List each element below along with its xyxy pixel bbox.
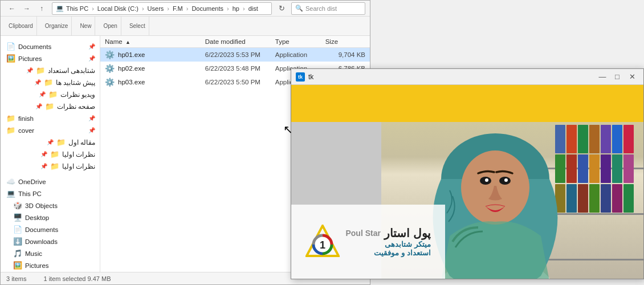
sidebar-item-pictures-quick[interactable]: 🖼️ Pictures 📌 [1,52,100,64]
sep4: › [186,5,189,12]
svg-text:1: 1 [320,239,325,251]
folder-icon: 📁 [50,150,59,158]
sidebar-item-pish-shetabid[interactable]: پیش شتابید ها 📁 📌 [1,76,100,88]
book [612,184,622,213]
nav-buttons: ← → ↑ [5,2,48,15]
sort-chevron: ▲ [125,39,131,45]
sidebar-item-onedrive[interactable]: ☁️ OneDrive [1,176,100,188]
file-date: 6/22/2023 5:53 PM [205,51,275,58]
sidebar-item-label: OneDrive [18,178,46,185]
sep5: › [227,5,229,12]
sidebar-item-safhe-nazarat[interactable]: صفحه نظرات 📁 📌 [1,100,100,112]
file-date: 6/22/2023 5:48 PM [205,65,275,72]
book [623,184,634,213]
brand-name-persian: پول استار [384,226,431,240]
sidebar-item-label: Music [25,250,42,257]
sidebar-item-video-nazarat[interactable]: ویدیو نظرات 📁 📌 [1,88,100,100]
sidebar-item-cover[interactable]: 📁 cover 📌 [1,124,100,136]
select-label: Select [129,23,145,29]
file-list-header: Name ▲ Date modified Type Size [100,36,370,48]
sidebar-item-pictures[interactable]: 🖼️ Pictures [1,259,100,271]
address-segment: F.M [173,5,183,12]
search-bar[interactable]: 🔍 Search dist [291,2,365,15]
pin-icon: 📌 [35,103,42,109]
logo-icon: 1 [305,225,340,259]
sidebar: 📄 Documents 📌 🖼️ Pictures 📌 شتابدهی استع… [1,36,100,272]
up-button[interactable]: ↑ [35,2,48,15]
sidebar-item-label: نظرات اولیا [62,150,95,158]
sidebar-item-label: ویدیو نظرات [60,91,95,99]
sidebar-item-nazarat-oliya1[interactable]: نظرات اولیا 📁 📌 [1,148,100,160]
open-label: Open [103,23,117,29]
pin-icon: 📌 [39,91,46,97]
pictures-icon: 🖼️ [13,261,22,270]
maximize-button[interactable]: □ [610,71,624,83]
subtitle-line2: استعداد و موفقیت [374,249,430,257]
sidebar-item-desktop[interactable]: 🖥️ Desktop [1,211,100,223]
pin-icon: 📌 [26,67,33,74]
svg-point-6 [485,178,488,182]
pin-icon: 📌 [88,55,95,62]
documents-icon: 📄 [6,42,15,51]
sidebar-item-maqale[interactable]: مقاله اول 📁 📌 [1,136,100,148]
minimize-button[interactable]: — [596,71,609,83]
documents-icon: 📄 [13,225,22,234]
sep2: › [142,5,144,12]
file-type: Application [275,51,325,58]
back-button[interactable]: ← [5,2,19,15]
onedrive-icon: ☁️ [6,177,15,186]
address-segment: Users [148,5,164,12]
book [623,154,634,183]
pin-icon: 📌 [88,127,95,133]
brand-name-latin: Poul Star [345,229,380,238]
tk-titlebar: tk tk — □ ✕ [291,69,643,85]
folder-icon: 📁 [48,90,58,99]
sidebar-item-finish[interactable]: 📁 finish 📌 [1,112,100,124]
explorer-titlebar: ← → ↑ 💻 This PC › Local Disk (C:) › User… [1,1,370,17]
exe-icon: ⚙️ [105,64,115,73]
col-size-header[interactable]: Size [325,38,365,45]
subtitle-line1: میتکر شتابدهی [374,240,430,249]
svg-point-7 [504,178,508,182]
address-icon: 💻 [56,5,64,12]
this-pc-icon: 💻 [6,189,15,198]
file-name-cell: ⚙️ hp02.exe [105,64,205,73]
sidebar-item-3d-objects[interactable]: 🎲 3D Objects [1,199,100,211]
book [601,125,611,153]
sidebar-item-label: finish [18,115,34,122]
sidebar-item-documents[interactable]: 📄 Documents [1,223,100,235]
col-date-header[interactable]: Date modified [205,38,275,45]
address-segment: dist [248,5,258,12]
refresh-button[interactable]: ↻ [275,2,288,15]
pin-icon: 📌 [40,163,47,169]
music-icon: 🎵 [13,249,22,258]
clipboard-section: Clipboard [5,17,37,35]
logo-subtitle: میتکر شتابدهی استعداد و موفقیت [374,240,430,257]
col-type-header[interactable]: Type [275,38,325,45]
sidebar-item-label: Documents [25,226,58,233]
sidebar-item-this-pc[interactable]: 💻 This PC [1,188,100,199]
pin-icon: 📌 [47,139,54,145]
close-button[interactable]: ✕ [625,71,639,83]
sidebar-item-label: نظرات اولیا [62,162,95,170]
sidebar-item-nazarat-oliya2[interactable]: نظرات اولیا 📁 📌 [1,160,100,172]
folder-icon: 📁 [45,102,54,111]
sidebar-item-documents-quick[interactable]: 📄 Documents 📌 [1,40,100,52]
col-name-header[interactable]: Name ▲ [105,38,205,45]
sidebar-item-music[interactable]: 🎵 Music [1,247,100,259]
table-row[interactable]: ⚙️ hp01.exe 6/22/2023 5:53 PM Applicatio… [100,48,370,62]
desktop-icon: 🖥️ [13,213,22,222]
brand-name-row: پول استار Poul Star [345,226,430,240]
items-count: 3 items [6,275,26,282]
sidebar-item-downloads[interactable]: ⬇️ Downloads [1,235,100,247]
new-section: New [76,17,95,35]
sidebar-item-label: cover [18,127,34,134]
address-bar[interactable]: 💻 This PC › Local Disk (C:) › Users › F.… [52,2,272,15]
pin-icon: 📌 [88,115,95,121]
folder-icon: 📁 [56,138,66,146]
logo-top-row: 1 پول استار Poul Star میتکر شتابدهی استع… [305,225,430,259]
forward-button[interactable]: → [20,2,34,15]
select-section: Select [126,17,149,35]
sidebar-item-shetabdahi[interactable]: شتابدهی استعداد 📁 📌 [1,64,100,76]
sidebar-item-label: Pictures [25,262,49,269]
